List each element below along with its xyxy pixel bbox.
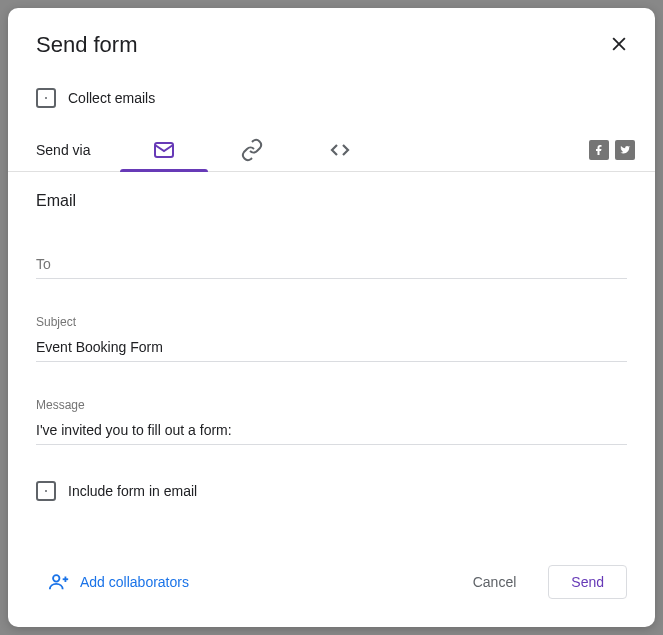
collect-emails-checkbox[interactable] xyxy=(36,88,56,108)
collect-emails-row: Collect emails xyxy=(8,68,655,128)
tab-embed[interactable] xyxy=(296,128,384,171)
email-panel: Email Subject Message Include form in em… xyxy=(8,172,655,547)
include-form-row: Include form in email xyxy=(36,481,627,501)
embed-icon xyxy=(328,138,352,162)
twitter-icon xyxy=(619,144,631,156)
dialog-actions: Add collaborators Cancel Send xyxy=(8,547,655,627)
subject-label: Subject xyxy=(36,315,627,329)
facebook-icon xyxy=(593,144,605,156)
dialog-title: Send form xyxy=(36,32,138,58)
send-button[interactable]: Send xyxy=(548,565,627,599)
link-icon xyxy=(240,138,264,162)
collect-emails-label: Collect emails xyxy=(68,90,155,106)
to-input[interactable] xyxy=(36,250,627,279)
dialog-header: Send form xyxy=(8,8,655,68)
subject-input[interactable] xyxy=(36,333,627,362)
email-section-title: Email xyxy=(36,192,627,210)
send-form-dialog: Send form Collect emails Send via Emai xyxy=(8,8,655,627)
subject-field: Subject xyxy=(36,315,627,362)
person-add-icon xyxy=(48,571,70,593)
message-field: Message xyxy=(36,398,627,445)
send-via-label: Send via xyxy=(36,142,90,158)
add-collaborators-label: Add collaborators xyxy=(80,574,189,590)
mail-icon xyxy=(152,138,176,162)
include-form-label: Include form in email xyxy=(68,483,197,499)
message-input[interactable] xyxy=(36,416,627,445)
facebook-share-button[interactable] xyxy=(589,140,609,160)
svg-point-3 xyxy=(53,575,59,581)
tab-link[interactable] xyxy=(208,128,296,171)
message-label: Message xyxy=(36,398,627,412)
cancel-button[interactable]: Cancel xyxy=(453,566,537,598)
include-form-checkbox[interactable] xyxy=(36,481,56,501)
add-collaborators-button[interactable]: Add collaborators xyxy=(48,571,189,593)
send-via-tabs: Send via xyxy=(8,128,655,172)
tab-email[interactable] xyxy=(120,128,208,171)
twitter-share-button[interactable] xyxy=(615,140,635,160)
social-share xyxy=(589,140,635,160)
close-button[interactable] xyxy=(607,32,631,56)
close-icon xyxy=(609,34,629,54)
to-field xyxy=(36,250,627,279)
